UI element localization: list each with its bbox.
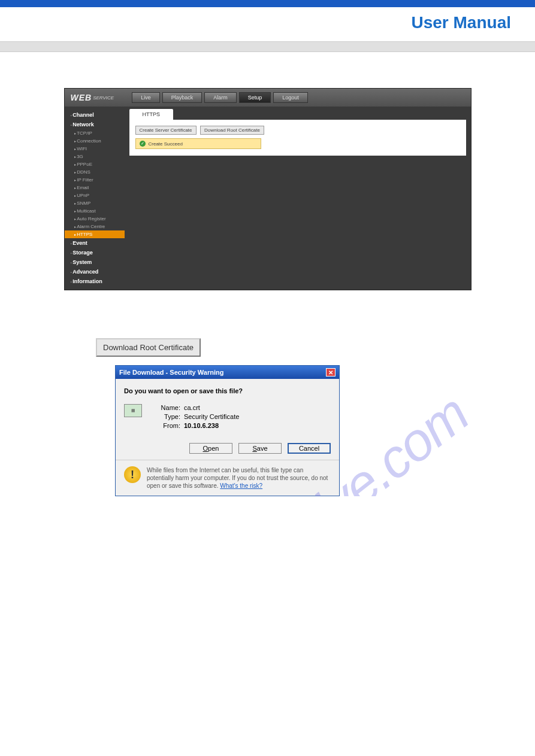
sidebar-item-3g[interactable]: 3G [65,153,125,160]
sidebar-item-pppoe[interactable]: PPPoE [65,160,125,168]
top-blue-bar [0,0,535,7]
open-button[interactable]: Open [189,443,232,454]
warning-text: While files from the Internet can be use… [147,466,331,490]
sidebar-section-event[interactable]: Event [65,238,125,248]
dialog-title: File Download - Security Warning [119,369,223,376]
dialog-title-bar: File Download - Security Warning ✕ [116,366,339,379]
sidebar-item-https[interactable]: HTTPS [65,230,125,238]
content-area: WEB SERVICE Live Playback Alarm Setup Lo… [0,52,535,496]
info-row-from: From: 10.10.6.238 [156,422,239,429]
panel-content: Create Server Certificate Download Root … [129,120,466,156]
nav-tabs: Live Playback Alarm Setup Logout [132,92,308,103]
nav-tab-playback[interactable]: Playback [162,92,202,103]
sidebar-section-information[interactable]: Information [65,277,125,286]
name-label: Name: [156,404,180,411]
sidebar-section-system[interactable]: System [65,257,125,267]
cancel-button[interactable]: Cancel [288,443,331,454]
from-value: 10.10.6.238 [184,422,219,429]
sidebar-section-advanced[interactable]: Advanced [65,267,125,277]
sidebar-item-alarmcentre[interactable]: Alarm Centre [65,223,125,230]
sidebar-item-multicast[interactable]: Multicast [65,207,125,215]
page-header: User Manual [0,7,535,41]
page-title: User Manual [412,13,512,32]
below-app-area: manualshive.com Download Root Certificat… [24,338,511,496]
app-logo-main: WEB [71,93,92,102]
sidebar-item-ddns[interactable]: DDNS [65,168,125,176]
sidebar-section-storage[interactable]: Storage [65,248,125,257]
dialog-footer: ! While files from the Internet can be u… [116,460,339,496]
info-grid: Name: ca.crt Type: Security Certificate … [156,404,239,431]
nav-tab-alarm[interactable]: Alarm [204,92,237,103]
sidebar-item-upnp[interactable]: UPnP [65,192,125,199]
app-header: WEB SERVICE Live Playback Alarm Setup Lo… [65,89,471,107]
nav-tab-setup[interactable]: Setup [239,92,271,103]
sidebar-section-network[interactable]: Network [65,120,125,129]
certificate-icon: ▦ [124,404,142,417]
dialog-question: Do you want to open or save this file? [124,387,331,394]
file-download-dialog: File Download - Security Warning ✕ Do yo… [115,365,340,496]
sidebar: Channel Network TCP/IP Connection WIFI 3… [65,107,125,290]
name-value: ca.crt [184,404,200,411]
sidebar-item-wifi[interactable]: WIFI [65,145,125,153]
sidebar-section-channel[interactable]: Channel [65,110,125,120]
app-logo-sub: SERVICE [93,95,114,101]
dialog-body: Do you want to open or save this file? ▦… [116,379,339,460]
create-server-cert-button[interactable]: Create Server Certificate [135,126,197,135]
info-row-type: Type: Security Certificate [156,413,239,420]
info-row-name: Name: ca.crt [156,404,239,411]
sidebar-item-connection[interactable]: Connection [65,137,125,145]
download-root-cert-button-small[interactable]: Download Root Certificate [200,126,264,135]
nav-tab-logout[interactable]: Logout [273,92,308,103]
sidebar-item-snmp[interactable]: SNMP [65,199,125,207]
success-text: Create Succeed [149,141,183,147]
save-button[interactable]: Save [238,443,282,454]
web-service-app: WEB SERVICE Live Playback Alarm Setup Lo… [64,88,471,290]
close-icon[interactable]: ✕ [326,368,335,377]
dialog-buttons: Open Save Cancel [124,443,331,454]
success-icon: ✓ [140,141,146,147]
sidebar-item-email[interactable]: Email [65,184,125,192]
gray-band [0,41,535,52]
nav-tab-live[interactable]: Live [132,92,160,103]
from-label: From: [156,422,180,429]
main-panel: HTTPS Create Server Certificate Download… [125,107,471,290]
success-message: ✓ Create Succeed [135,138,261,149]
warning-icon: ! [124,466,141,483]
sidebar-item-tcpip[interactable]: TCP/IP [65,129,125,137]
whats-the-risk-link[interactable]: What's the risk? [220,482,262,489]
panel-tabs: HTTPS [125,107,471,120]
type-label: Type: [156,413,180,420]
sidebar-item-autoregister[interactable]: Auto Register [65,215,125,223]
type-value: Security Certificate [184,413,239,420]
app-body: Channel Network TCP/IP Connection WIFI 3… [65,107,471,290]
download-root-cert-button[interactable]: Download Root Certificate [96,338,201,357]
dialog-info: ▦ Name: ca.crt Type: Security Certificat… [124,404,331,431]
sidebar-item-ipfilter[interactable]: IP Filter [65,176,125,184]
panel-tab-https[interactable]: HTTPS [129,109,174,120]
